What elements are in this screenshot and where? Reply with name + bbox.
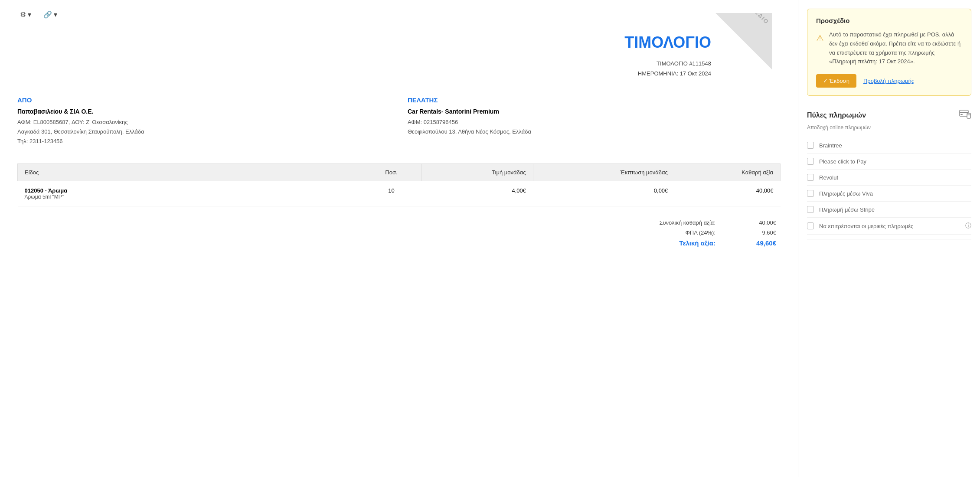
gateway-label-revolut: Revolut [819,174,971,181]
grand-total-row: Τελική αξία: 49,60€ [637,239,776,247]
item-description: Άρωμα 5ml "MP" [25,194,354,200]
invoice-table: Είδος Ποσ. Τιμή μονάδας Έκπτωση μονάδας … [17,163,781,206]
settings-button[interactable]: ⚙ ▾ [17,9,34,20]
gateway-item-click-to-pay: Please click to Pay [807,154,971,170]
payment-gateways-section: Πύλες πληρωμών Αποδοχή online πληρωμών B… [807,109,971,239]
gateway-item-viva: Πληρωμές μέσω Viva [807,186,971,202]
svg-rect-2 [960,114,963,115]
payment-gateways-subtitle: Αποδοχή online πληρωμών [807,124,971,131]
grand-total-value: 49,60€ [742,239,776,247]
gateway-item-stripe: Πληρωμή μέσω Stripe [807,202,971,218]
item-code: 012050 - Άρωμα [25,187,354,194]
from-details: ΑΦΜ: EL800585687, ΔΟΥ: Ζ' Θεσσαλονίκης Λ… [17,118,390,146]
net-total-label: Συνολική καθαρή αξία: [637,219,715,226]
info-box-actions: ✓ Έκδοση Προβολή πληρωμής [816,74,962,88]
client-afm: ΑΦΜ: 02158796456 [408,118,781,127]
svg-rect-1 [960,112,968,113]
invoice-date: ΗΜΕΡΟΜΗΝΙΑ: 17 Οκτ 2024 [17,69,711,78]
totals-section: Συνολική καθαρή αξία: 40,00€ ΦΠΑ (24%): … [17,219,781,247]
col-header-unit-price: Τιμή μονάδας [422,164,533,181]
invoice-title: ΤΙΜΟΛΟΓΙΟ [17,33,781,52]
gateway-checkbox-revolut[interactable] [807,174,814,181]
from-phone: Τηλ: 2311-123456 [17,137,390,146]
settings-dropdown-arrow: ▾ [28,10,31,19]
client-address: Θεοφιλοπούλου 13, Αθήνα Νέος Κόσμος, Ελλ… [408,127,781,137]
item-unit-price: 4,00€ [422,181,533,206]
info-box-title: Προσχέδιο [816,17,962,24]
invoice-number: ΤΙΜΟΛΟΓΙΟ #111548 [17,59,711,69]
client-company-name: Car Rentals- Santorini Premium [408,108,781,115]
link-dropdown-arrow: ▾ [54,10,57,19]
net-total-value: 40,00€ [742,219,776,226]
gateway-item-braintree: Braintree [807,137,971,154]
gear-icon: ⚙ [20,10,26,19]
invoice-meta: ΤΙΜΟΛΟΓΙΟ #111548 ΗΜΕΡΟΜΗΝΙΑ: 17 Οκτ 202… [17,59,781,79]
payment-gateways-title: Πύλες πληρωμών [807,111,866,119]
item-net-value: 40,00€ [675,181,780,206]
col-header-net: Καθαρή αξία [675,164,780,181]
from-company-name: Παπαβασιλείου & ΣΙΑ Ο.Ε. [17,108,390,115]
divider [807,239,971,239]
gateway-item-revolut: Revolut [807,170,971,186]
gateway-label-braintree: Braintree [819,142,971,149]
gateway-checkbox-viva[interactable] [807,190,814,197]
vat-row: ΦΠΑ (24%): 9,60€ [637,229,776,236]
client-details: ΑΦΜ: 02158796456 Θεοφιλοπούλου 13, Αθήνα… [408,118,781,137]
from-address: Λαγκαδά 301, Θεσσαλονίκη Σταυρούπολη, Ελ… [17,127,390,137]
from-afm: ΑΦΜ: EL800585687, ΔΟΥ: Ζ' Θεσσαλονίκης [17,118,390,127]
info-box-body: ⚠ Αυτό το παραστατικό έχει πληρωθεί με P… [816,30,962,66]
payment-gateways-header: Πύλες πληρωμών [807,109,971,122]
net-total-row: Συνολική καθαρή αξία: 40,00€ [637,219,776,226]
partial-info-icon[interactable]: ⓘ [965,222,971,230]
gateway-checkbox-braintree[interactable] [807,142,814,149]
link-button[interactable]: 🔗 ▾ [41,9,60,20]
svg-rect-3 [967,113,970,118]
gateway-label-partial: Να επιτρέπονται οι μερικές πληρωμές [819,223,960,229]
item-qty: 10 [361,181,422,206]
client-label: ΠΕΛΑΤΗΣ [408,96,781,104]
link-icon: 🔗 [43,10,52,19]
from-label: ΑΠΟ [17,96,390,104]
col-header-item: Είδος [18,164,361,181]
payment-gateway-icon [959,109,971,122]
item-name-cell: 012050 - Άρωμα Άρωμα 5ml "MP" [18,181,361,206]
client-section: ΠΕΛΑΤΗΣ Car Rentals- Santorini Premium Α… [408,96,781,146]
toolbar: ⚙ ▾ 🔗 ▾ [17,9,781,20]
gateway-label-click-to-pay: Please click to Pay [819,158,971,165]
warning-icon: ⚠ [816,31,824,45]
from-section: ΑΠΟ Παπαβασιλείου & ΣΙΑ Ο.Ε. ΑΦΜ: EL8005… [17,96,390,146]
vat-label: ΦΠΑ (24%): [637,229,715,236]
vat-value: 9,60€ [742,229,776,236]
gateway-checkbox-click-to-pay[interactable] [807,158,814,165]
view-payment-button[interactable]: Προβολή πληρωμής [863,78,914,84]
table-row: 012050 - Άρωμα Άρωμα 5ml "MP" 10 4,00€ 0… [18,181,781,206]
parties-section: ΑΠΟ Παπαβασιλείου & ΣΙΑ Ο.Ε. ΑΦΜ: EL8005… [17,96,781,146]
gateway-item-partial: Να επιτρέπονται οι μερικές πληρωμές ⓘ [807,218,971,235]
grand-total-label: Τελική αξία: [637,239,715,247]
item-discount: 0,00€ [533,181,675,206]
issue-button[interactable]: ✓ Έκδοση [816,74,856,88]
sidebar: Προσχέδιο ⚠ Αυτό το παραστατικό έχει πλη… [798,0,980,477]
col-header-discount: Έκπτωση μονάδας [533,164,675,181]
col-header-qty: Ποσ. [361,164,422,181]
info-box-message: Αυτό το παραστατικό έχει πληρωθεί με POS… [829,30,962,66]
gateway-label-viva: Πληρωμές μέσω Viva [819,190,971,197]
gateway-label-stripe: Πληρωμή μέσω Stripe [819,206,971,213]
gateway-checkbox-partial[interactable] [807,222,814,229]
gateway-checkbox-stripe[interactable] [807,206,814,213]
info-box: Προσχέδιο ⚠ Αυτό το παραστατικό έχει πλη… [807,9,971,96]
